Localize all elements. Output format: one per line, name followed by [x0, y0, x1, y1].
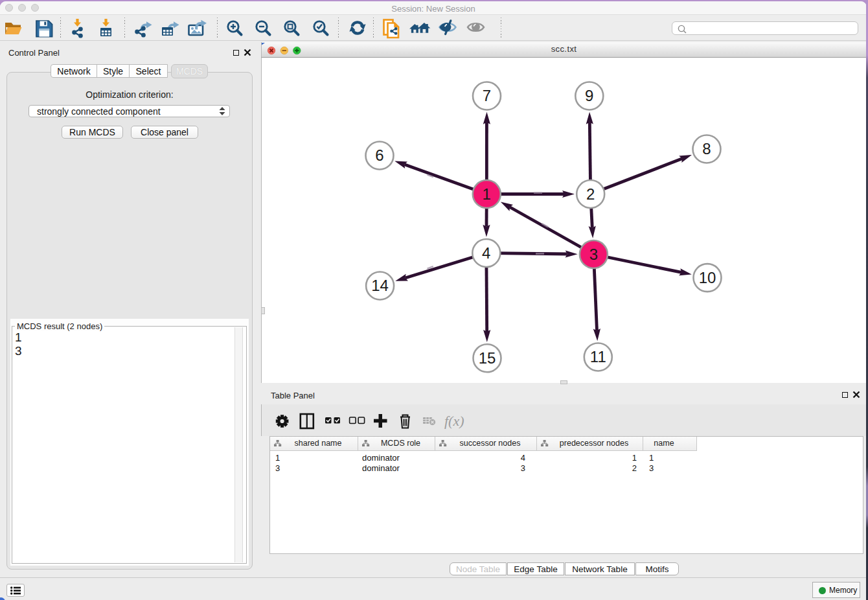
- svg-text:6: 6: [375, 146, 383, 164]
- svg-text:f(x): f(x): [444, 413, 464, 429]
- svg-text:8: 8: [702, 140, 711, 157]
- svg-text:15: 15: [479, 349, 496, 367]
- svg-text:11: 11: [590, 348, 606, 365]
- svg-text:1: 1: [483, 185, 491, 203]
- svg-text:3: 3: [589, 246, 598, 263]
- svg-text:14: 14: [371, 277, 389, 294]
- svg-text:4: 4: [482, 244, 490, 262]
- svg-text:10: 10: [699, 269, 716, 286]
- svg-text:9: 9: [585, 87, 593, 104]
- svg-text:7: 7: [483, 87, 491, 104]
- svg-text:2: 2: [586, 185, 595, 203]
